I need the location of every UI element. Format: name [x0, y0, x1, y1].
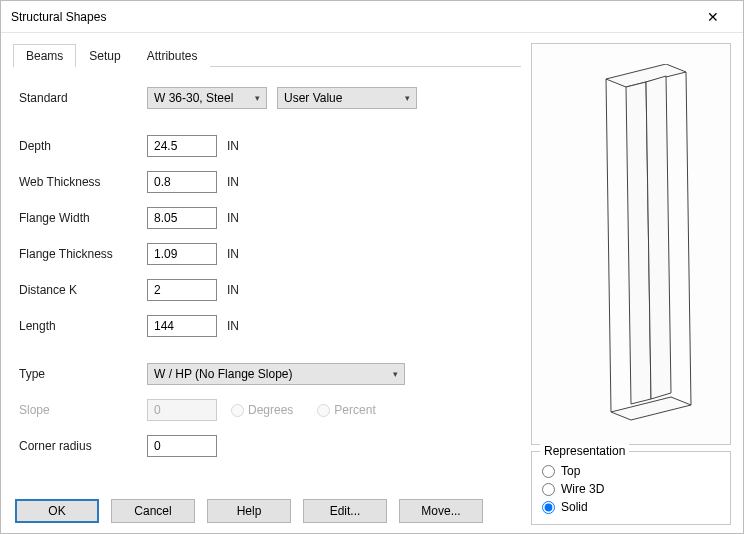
move-button[interactable]: Move...: [399, 499, 483, 523]
chevron-down-icon: ▾: [388, 369, 398, 379]
representation-group: Representation Top Wire 3D Solid: [531, 451, 731, 525]
svg-marker-3: [611, 397, 691, 420]
tab-setup[interactable]: Setup: [76, 44, 133, 67]
label-type: Type: [19, 367, 147, 381]
combo-type[interactable]: W / HP (No Flange Slope) ▾: [147, 363, 405, 385]
unit-web-thickness: IN: [227, 175, 239, 189]
input-distance-k[interactable]: [147, 279, 217, 301]
help-button[interactable]: Help: [207, 499, 291, 523]
label-flange-width: Flange Width: [19, 211, 147, 225]
input-corner-radius[interactable]: [147, 435, 217, 457]
edit-button[interactable]: Edit...: [303, 499, 387, 523]
dialog-button-row: OK Cancel Help Edit... Move...: [13, 493, 521, 525]
tab-beams[interactable]: Beams: [13, 44, 76, 67]
input-slope: [147, 399, 217, 421]
label-web-thickness: Web Thickness: [19, 175, 147, 189]
combo-standard-mode[interactable]: User Value ▾: [277, 87, 417, 109]
input-flange-thickness[interactable]: [147, 243, 217, 265]
window-title: Structural Shapes: [11, 10, 106, 24]
label-standard: Standard: [19, 91, 147, 105]
radio-slope-degrees: Degrees: [231, 403, 293, 417]
unit-depth: IN: [227, 139, 239, 153]
label-corner-radius: Corner radius: [19, 439, 147, 453]
unit-length: IN: [227, 319, 239, 333]
input-web-thickness[interactable]: [147, 171, 217, 193]
representation-legend: Representation: [540, 444, 629, 458]
dialog-structural-shapes: Structural Shapes ✕ Beams Setup Attribut…: [0, 0, 744, 534]
close-button[interactable]: ✕: [693, 1, 733, 33]
ok-button[interactable]: OK: [15, 499, 99, 523]
label-flange-thickness: Flange Thickness: [19, 247, 147, 261]
label-depth: Depth: [19, 139, 147, 153]
chevron-down-icon: ▾: [400, 93, 410, 103]
tab-strip: Beams Setup Attributes: [13, 43, 521, 67]
svg-line-4: [606, 79, 611, 412]
label-slope: Slope: [19, 403, 147, 417]
beam-preview: [531, 43, 731, 445]
svg-marker-2: [646, 76, 671, 399]
input-depth[interactable]: [147, 135, 217, 157]
unit-flange-thickness: IN: [227, 247, 239, 261]
combo-standard-profile[interactable]: W 36-30, Steel ▾: [147, 87, 267, 109]
cancel-button[interactable]: Cancel: [111, 499, 195, 523]
radio-rep-top[interactable]: Top: [542, 464, 720, 478]
tab-attributes[interactable]: Attributes: [134, 44, 211, 67]
radio-slope-percent: Percent: [317, 403, 375, 417]
label-distance-k: Distance K: [19, 283, 147, 297]
titlebar: Structural Shapes ✕: [1, 1, 743, 33]
svg-line-5: [686, 72, 691, 405]
unit-flange-width: IN: [227, 211, 239, 225]
input-flange-width[interactable]: [147, 207, 217, 229]
chevron-down-icon: ▾: [250, 93, 260, 103]
unit-distance-k: IN: [227, 283, 239, 297]
input-length[interactable]: [147, 315, 217, 337]
radio-rep-wire3d[interactable]: Wire 3D: [542, 482, 720, 496]
beam-isometric-icon: [556, 64, 706, 424]
label-length: Length: [19, 319, 147, 333]
radio-rep-solid[interactable]: Solid: [542, 500, 720, 514]
